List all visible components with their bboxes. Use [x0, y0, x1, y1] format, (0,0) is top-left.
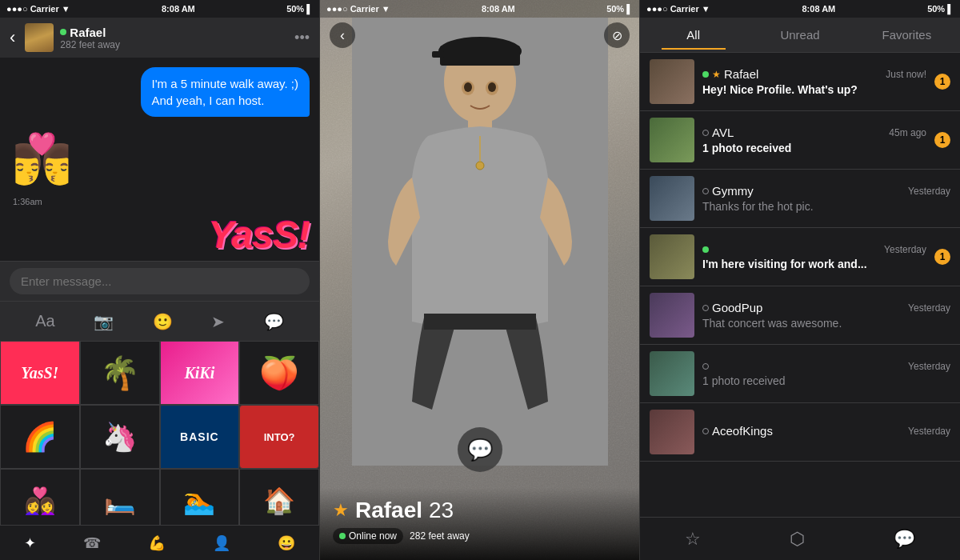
message-input[interactable] [10, 268, 310, 294]
sticker-palm[interactable]: 🌴 [80, 341, 160, 405]
inbox-tabs: All Unread Favorites [640, 18, 960, 53]
sticker-pool[interactable]: 🏊 [160, 469, 240, 525]
inbox-row1-gymmy: Gymmy Yesterday [702, 184, 950, 198]
tab-all[interactable]: All [640, 20, 746, 50]
avatar-rafael [650, 59, 694, 104]
chat-status-bar: ●●●○ Carrier ▼ 8:08 AM 50% ▌ [0, 0, 319, 18]
sticker-girls[interactable]: 👩‍❤️‍👩 [0, 469, 80, 525]
inbox-content-aceofkings: AceofKings Yesterday [702, 424, 950, 440]
sticker-grid: YasS! 🌴 KiKi 🍑 🌈 🦄 BASIC INTO? 👩‍❤️‍👩 🛏️… [0, 341, 319, 525]
inbox-content-anon2: Yesterday 1 photo received [702, 361, 950, 387]
unread-badge-rafael: 1 [934, 74, 950, 90]
tab-favorites[interactable]: Favorites [854, 20, 960, 50]
sticker-tray: YasS! 🌴 KiKi 🍑 🌈 🦄 BASIC INTO? 👩‍❤️‍👩 🛏️… [0, 341, 319, 525]
inbox-preview-goodpup: That concert was awesome. [702, 317, 950, 330]
online-badge-dot [339, 533, 346, 539]
inbox-item-aceofkings[interactable]: AceofKings Yesterday [640, 403, 960, 462]
offline-dot-anon2 [702, 363, 709, 370]
inbox-panel: ●●●○ Carrier ▼ 8:08 AM 50% ▌ All Unread … [640, 0, 960, 560]
inbox-row1-rafael: ★ Rafael Just now! [702, 67, 926, 81]
sticker-message: 👨‍❤️‍💋‍👨 [10, 126, 74, 190]
tray-muscle-icon[interactable]: 💪 [148, 534, 166, 552]
sticker-into[interactable]: INTO? [239, 405, 319, 469]
inbox-time-goodpup: Yesterday [908, 302, 950, 314]
avatar-avl [650, 118, 694, 162]
inbox-status-bar: ●●●○ Carrier ▼ 8:08 AM 50% ▌ [640, 0, 960, 18]
profile-star-icon: ★ [333, 500, 349, 521]
inbox-content-goodpup: GoodPup Yesterday That concert was aweso… [702, 301, 950, 330]
avatar-gymmy [650, 176, 694, 221]
chat-avatar [25, 23, 54, 52]
profile-status-row: Online now 282 feet away [333, 528, 626, 544]
profile-chat-button[interactable]: 💬 [458, 427, 502, 472]
inbox-item-anon2[interactable]: Yesterday 1 photo received [640, 345, 960, 403]
offline-dot-goodpup [702, 305, 709, 311]
sticker-kiki[interactable]: KiKi [160, 341, 240, 405]
back-button[interactable]: ‹ [10, 27, 18, 48]
chat-header: ‹ Rafael 282 feet away ••• [0, 18, 319, 58]
inbox-preview-rafael: Hey! Nice Profile. What's up? [702, 83, 926, 96]
inbox-name-anon2 [702, 363, 709, 370]
online-dot-anon1 [702, 246, 709, 253]
chat-header-info: Rafael 282 feet away [60, 26, 288, 50]
nav-favorites[interactable]: ☆ [685, 529, 701, 550]
tray-sparkle-icon[interactable]: ✦ [24, 534, 36, 552]
sticker-tray-button[interactable]: 💬 [264, 312, 284, 331]
inbox-item-goodpup[interactable]: GoodPup Yesterday That concert was aweso… [640, 286, 960, 345]
inbox-row1-goodpup: GoodPup Yesterday [702, 301, 950, 314]
message-time: 1:36am [13, 197, 42, 206]
camera-button[interactable]: 📷 [94, 312, 114, 331]
online-status-text: Online now [349, 530, 397, 542]
profile-block-button[interactable]: ⊘ [604, 22, 630, 48]
tray-phone-icon[interactable]: ☎ [83, 534, 101, 552]
sticker-house[interactable]: 🏠 [239, 469, 319, 525]
nav-messages[interactable]: 💬 [894, 529, 915, 550]
profile-name: Rafael [355, 498, 422, 523]
inbox-time-aceofkings: Yesterday [908, 426, 950, 437]
contact-name: Rafael [60, 26, 288, 39]
sticker-bed[interactable]: 🛏️ [80, 469, 160, 525]
message-input-bar [0, 261, 319, 301]
time-label: 8:08 AM [162, 4, 195, 14]
inbox-item-anon1[interactable]: Yesterday I'm here visiting for work and… [640, 228, 960, 286]
chat-toolbar: Aa 📷 🙂 ➤ 💬 [0, 301, 319, 341]
font-button[interactable]: Aa [35, 312, 54, 330]
inbox-name-anon1 [702, 246, 709, 253]
avatar-aceofkings [650, 410, 694, 454]
sticker-peach[interactable]: 🍑 [239, 341, 319, 405]
inbox-item-gymmy[interactable]: Gymmy Yesterday Thanks for the hot pic. [640, 170, 960, 228]
online-dot-rafael [702, 71, 709, 78]
profile-header: ‹ ⊘ [320, 0, 639, 54]
inbox-carrier: ●●●○ Carrier ▼ [646, 4, 710, 14]
unread-badge-anon1: 1 [934, 249, 950, 265]
grid-nav-icon: ⬡ [790, 529, 805, 550]
emoji-button[interactable]: 🙂 [153, 312, 173, 331]
sticker-unicorn[interactable]: 🦄 [80, 405, 160, 469]
inbox-content-gymmy: Gymmy Yesterday Thanks for the hot pic. [702, 184, 950, 213]
send-button[interactable]: ➤ [211, 312, 225, 331]
inbox-row1-anon2: Yesterday [702, 361, 950, 372]
online-indicator [60, 29, 66, 35]
avatar-goodpup [650, 293, 694, 338]
inbox-time-avl: 45m ago [889, 127, 926, 138]
inbox-row1-anon1: Yesterday [702, 244, 926, 255]
sticker-basic[interactable]: BASIC [160, 405, 240, 469]
inbox-preview-gymmy: Thanks for the hot pic. [702, 200, 950, 213]
sticker-yass[interactable]: YasS! [0, 341, 80, 405]
inbox-item-avl[interactable]: AVL 45m ago 1 photo received 1 [640, 111, 960, 170]
inbox-item-rafael[interactable]: ★ Rafael Just now! Hey! Nice Profile. Wh… [640, 53, 960, 111]
battery-label: 50% ▌ [286, 4, 313, 14]
tray-person-icon[interactable]: 👤 [213, 534, 230, 552]
tab-unread[interactable]: Unread [746, 20, 853, 50]
sticker-rainbow[interactable]: 🌈 [0, 405, 80, 469]
inbox-row1-avl: AVL 45m ago [702, 126, 926, 139]
inbox-name-avl: AVL [702, 126, 734, 139]
profile-back-button[interactable]: ‹ [330, 22, 355, 48]
chat-bubble-icon: 💬 [467, 438, 493, 462]
bottom-nav: ☆ ⬡ 💬 [640, 517, 960, 560]
more-options-button[interactable]: ••• [294, 30, 310, 46]
offline-dot-avl [702, 130, 709, 136]
nav-grid[interactable]: ⬡ [790, 529, 805, 550]
unread-badge-avl: 1 [934, 132, 950, 148]
tray-smiley-icon[interactable]: 😀 [278, 534, 295, 552]
